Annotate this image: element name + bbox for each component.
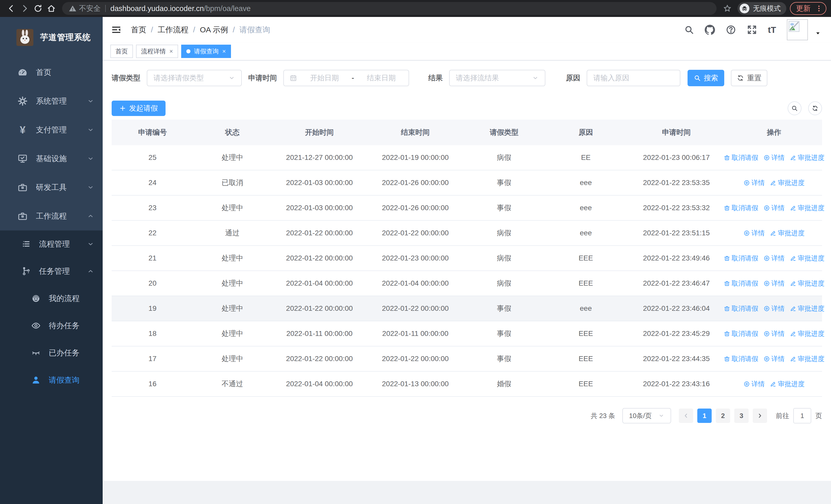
sidebar-item-devtools[interactable]: 研发工具 [0,173,103,202]
cancel-leave-link[interactable]: 取消请假 [724,329,758,338]
page-button-2[interactable]: 2 [716,409,730,423]
page-button-3[interactable]: 3 [734,409,749,423]
cancel-leave-link[interactable]: 取消请假 [724,304,758,313]
toggle-search-button[interactable] [787,101,801,115]
page-size-select[interactable]: 10条/页 [622,408,671,423]
tab-leave-query[interactable]: 请假查询 [181,45,231,58]
approval-progress-link[interactable]: 审批进度 [790,354,825,363]
cancel-leave-link[interactable]: 取消请假 [724,354,758,363]
page-button-1[interactable]: 1 [697,409,712,423]
avatar[interactable] [787,19,808,40]
approval-progress-link[interactable]: 审批进度 [770,178,805,187]
detail-link[interactable]: 详情 [764,354,785,363]
cell-apply-time: 2022-01-22 23:49:46 [627,254,726,262]
next-page-button[interactable] [753,409,767,423]
approval-progress-link[interactable]: 审批进度 [790,254,825,263]
cell-start-time: 2022-01-22 00:00:00 [271,304,368,313]
security-warning[interactable]: 不安全 [69,4,101,13]
sidebar-item-todo-tasks[interactable]: 待办任务 [0,312,103,339]
goto-page-input[interactable]: 1 [793,408,811,423]
tab-home[interactable]: 首页 [110,45,133,58]
browser-forward-icon[interactable] [18,2,31,15]
sidebar-item-my-processes[interactable]: 我的流程 [0,285,103,312]
tab-process-detail[interactable]: 流程详情 [136,45,178,58]
breadcrumb-oa-example[interactable]: OA 示例 [200,25,228,35]
sidebar-item-infrastructure[interactable]: 基础设施 [0,144,103,173]
detail-link[interactable]: 详情 [744,178,765,187]
approval-progress-link[interactable]: 审批进度 [790,153,825,162]
detail-link[interactable]: 详情 [744,229,765,238]
sidebar-item-process-management[interactable]: 流程管理 [0,231,103,258]
cell-actions: 详情 审批进度 [726,229,822,238]
create-leave-button[interactable]: 发起请假 [112,100,166,116]
cell-apply-time: 2022-01-22 23:45:29 [627,329,726,338]
detail-link[interactable]: 详情 [764,304,785,313]
sidebar-item-task-management[interactable]: 任务管理 [0,258,103,285]
approval-progress-link[interactable]: 审批进度 [790,304,825,313]
col-end-time: 结束时间 [367,127,463,137]
cell-leave-type: 事假 [463,304,545,313]
browser-back-icon[interactable] [5,2,18,15]
cancel-leave-link[interactable]: 取消请假 [724,254,758,263]
cell-leave-type: 病假 [463,153,545,162]
edit-pen-icon [790,280,796,287]
sidebar-item-leave-query[interactable]: 请假查询 [0,366,103,394]
detail-link[interactable]: 详情 [744,380,765,388]
approval-progress-link[interactable]: 审批进度 [790,279,825,288]
breadcrumb-home[interactable]: 首页 [131,25,146,35]
approval-progress-link[interactable]: 审批进度 [790,204,825,212]
detail-link[interactable]: 详情 [764,204,785,212]
browser-update-button[interactable]: 更新 [790,2,826,15]
prev-page-button[interactable] [679,409,693,423]
chevron-down-icon [228,75,235,81]
url-bar[interactable]: 不安全 dashboard.yudao.iocoder.cn/bpm/oa/le… [62,2,717,15]
leave-type-select[interactable]: 请选择请假类型 [147,70,242,86]
result-select[interactable]: 请选择流结果 [449,70,545,86]
sidebar-fold-icon[interactable] [111,24,122,35]
detail-link[interactable]: 详情 [764,153,785,162]
start-date-placeholder: 开始日期 [303,73,346,83]
detail-link[interactable]: 详情 [764,279,785,288]
browser-home-icon[interactable] [45,2,58,15]
cell-apply-time: 2022-01-23 00:06:17 [627,153,726,162]
approval-progress-link[interactable]: 审批进度 [790,329,825,338]
github-icon[interactable] [705,25,715,35]
warning-icon [69,5,77,12]
approval-progress-link[interactable]: 审批进度 [770,380,805,388]
cancel-leave-link[interactable]: 取消请假 [724,279,758,288]
sidebar-item-system[interactable]: 系统管理 [0,87,103,116]
chevron-down-icon [532,75,539,81]
font-size-icon[interactable] [768,25,776,35]
cell-reason: EEE [545,355,627,363]
detail-link[interactable]: 详情 [764,254,785,263]
sidebar-item-done-tasks[interactable]: 已办任务 [0,339,103,366]
apply-time-range-picker[interactable]: 开始日期 - 结束日期 [283,70,409,86]
fullscreen-icon[interactable] [747,25,757,35]
close-icon[interactable] [222,48,226,55]
cancel-leave-link[interactable]: 取消请假 [724,204,758,212]
avatar-caret-down-icon[interactable] [815,31,821,36]
reason-input[interactable]: 请输入原因 [587,70,680,86]
col-apply-id: 申请编号 [112,127,193,137]
breadcrumb: 首页 工作流程 OA 示例 请假查询 [131,25,270,35]
detail-link[interactable]: 详情 [764,329,785,338]
reset-button[interactable]: 重置 [731,70,767,86]
cell-end-time: 2022-01-22 00:00:00 [367,229,463,237]
cell-status: 已取消 [193,178,271,187]
breadcrumb-workflow[interactable]: 工作流程 [157,25,189,35]
sidebar-item-workflow[interactable]: 工作流程 [0,202,103,231]
help-icon[interactable] [726,25,736,35]
cancel-leave-link[interactable]: 取消请假 [724,153,758,162]
search-button[interactable]: 搜索 [688,70,724,86]
bookmark-star-icon[interactable] [721,2,734,15]
refresh-table-button[interactable] [808,101,822,115]
cell-apply-time: 2022-01-22 23:53:35 [627,179,726,187]
logo[interactable]: 芋道管理系统 [0,17,103,58]
browser-reload-icon[interactable] [31,2,45,15]
cell-apply-time: 2022-01-22 23:43:16 [627,380,726,388]
approval-progress-link[interactable]: 审批进度 [770,229,805,238]
sidebar-item-home[interactable]: 首页 [0,58,103,87]
search-icon[interactable] [684,25,694,35]
close-icon[interactable] [169,48,173,55]
sidebar-item-payment[interactable]: 支付管理 [0,116,103,144]
